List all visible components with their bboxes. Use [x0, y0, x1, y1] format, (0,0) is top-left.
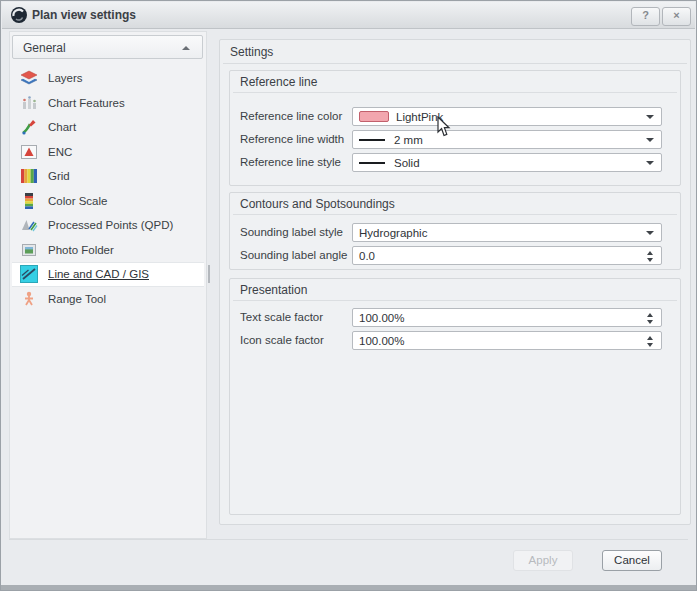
chart-features-icon [20, 94, 38, 112]
color-scale-icon [20, 192, 38, 210]
text-scale-factor-input[interactable]: 100.00% [352, 308, 662, 327]
lightpink-color-swatch [359, 111, 389, 122]
sidebar-item-label: Processed Points (QPD) [48, 219, 173, 231]
sidebar-item-range-tool[interactable]: Range Tool [12, 287, 204, 312]
sidebar-item-photo-folder[interactable]: Photo Folder [12, 238, 204, 263]
sidebar-item-label: Color Scale [48, 195, 107, 207]
line-width-sample-icon [359, 139, 385, 141]
titlebar[interactable]: Plan view settings ? × [2, 2, 695, 29]
text-scale-factor-label: Text scale factor [240, 308, 323, 327]
divider [233, 214, 677, 215]
sidebar-item-chart[interactable]: Chart [12, 115, 204, 140]
sidebar-item-label: Chart [48, 121, 76, 133]
spin-down-icon[interactable] [647, 258, 653, 262]
group-reference-line: Reference line Reference line color Ligh… [229, 70, 681, 186]
combo-value: Solid [394, 157, 420, 169]
group-title: Presentation [240, 283, 307, 297]
reference-line-style-select[interactable]: Solid [352, 153, 662, 172]
sidebar-item-label: Photo Folder [48, 244, 114, 256]
sounding-label-angle-input[interactable]: 0.0 [352, 246, 662, 265]
spinner-buttons[interactable] [646, 312, 655, 325]
reference-line-color-label: Reference line color [240, 107, 342, 126]
sidebar-item-chart-features[interactable]: Chart Features [12, 91, 204, 116]
sidebar-section-general[interactable]: General [12, 35, 203, 59]
divider [223, 63, 687, 64]
spin-up-icon[interactable] [647, 251, 653, 255]
line-style-sample-icon [359, 162, 385, 164]
sidebar-item-label: Range Tool [48, 293, 106, 305]
spin-value: 100.00% [359, 312, 404, 324]
settings-panel: Settings Reference line Reference line c… [219, 39, 691, 525]
sidebar-item-label: Line and CAD / GIS [48, 268, 149, 280]
sidebar-item-grid[interactable]: Grid [12, 164, 204, 189]
divider [233, 92, 677, 93]
spin-up-icon[interactable] [647, 313, 653, 317]
chart-icon [20, 118, 38, 136]
grid-icon [20, 167, 38, 185]
help-button[interactable]: ? [631, 7, 660, 26]
sidebar-item-label: Layers [48, 72, 83, 84]
group-title: Reference line [240, 75, 317, 89]
combo-value: LightPink [396, 111, 443, 123]
settings-panel-title: Settings [230, 45, 273, 59]
reference-line-width-label: Reference line width [240, 130, 344, 149]
sidebar-section-label: General [23, 41, 66, 55]
spinner-buttons[interactable] [646, 335, 655, 348]
range-tool-icon [20, 290, 38, 308]
icon-scale-factor-label: Icon scale factor [240, 331, 324, 350]
chevron-down-icon [646, 161, 654, 165]
window-border [1, 585, 696, 590]
combo-value: Hydrographic [359, 227, 427, 239]
photo-folder-icon [20, 241, 38, 259]
enc-icon [20, 143, 38, 161]
chevron-down-icon [646, 138, 654, 142]
spinner-buttons[interactable] [646, 250, 655, 263]
settings-category-sidebar: General Layers [9, 31, 207, 539]
sidebar-item-label: ENC [48, 146, 72, 158]
sidebar-item-layers[interactable]: Layers [12, 66, 204, 91]
sidebar-scrollbar-thumb[interactable] [208, 265, 210, 283]
icon-scale-factor-input[interactable]: 100.00% [352, 331, 662, 350]
chevron-down-icon [646, 115, 654, 119]
chevron-down-icon [646, 231, 654, 235]
spin-value: 100.00% [359, 335, 404, 347]
apply-button[interactable]: Apply [513, 550, 573, 571]
layers-icon [20, 69, 38, 87]
spin-down-icon[interactable] [647, 343, 653, 347]
close-button[interactable]: × [662, 7, 691, 26]
sidebar-item-label: Grid [48, 170, 70, 182]
group-presentation: Presentation Text scale factor 100.00% I… [229, 278, 681, 515]
spin-value: 0.0 [359, 250, 375, 262]
sounding-label-style-select[interactable]: Hydrographic [352, 223, 662, 242]
sidebar-item-color-scale[interactable]: Color Scale [12, 189, 204, 214]
sidebar-item-enc[interactable]: ENC [12, 140, 204, 165]
sidebar-item-label: Chart Features [48, 97, 125, 109]
sounding-label-style-label: Sounding label style [240, 223, 343, 242]
line-cad-gis-icon [20, 265, 38, 283]
reference-line-width-select[interactable]: 2 mm [352, 130, 662, 149]
sidebar-item-list: Layers Chart Features [12, 66, 204, 311]
group-contours-spotsoundings: Contours and Spotsoundings Sounding labe… [229, 192, 681, 270]
spin-down-icon[interactable] [647, 320, 653, 324]
plan-view-settings-dialog: Plan view settings ? × General Layers [0, 0, 697, 591]
sounding-label-angle-label: Sounding label angle [240, 246, 347, 265]
window-title: Plan view settings [32, 8, 136, 22]
reference-line-color-select[interactable]: LightPink [352, 107, 662, 126]
chevron-up-icon [182, 46, 190, 50]
spin-up-icon[interactable] [647, 336, 653, 340]
reference-line-style-label: Reference line style [240, 153, 341, 172]
processed-points-icon [20, 216, 38, 234]
group-title: Contours and Spotsoundings [240, 197, 395, 211]
cancel-button[interactable]: Cancel [602, 550, 662, 571]
app-logo-icon [10, 6, 28, 24]
divider [233, 300, 677, 301]
sidebar-item-line-cad-gis[interactable]: Line and CAD / GIS [12, 262, 204, 287]
combo-value: 2 mm [394, 134, 423, 146]
sidebar-item-processed-points[interactable]: Processed Points (QPD) [12, 213, 204, 238]
divider [9, 539, 688, 540]
